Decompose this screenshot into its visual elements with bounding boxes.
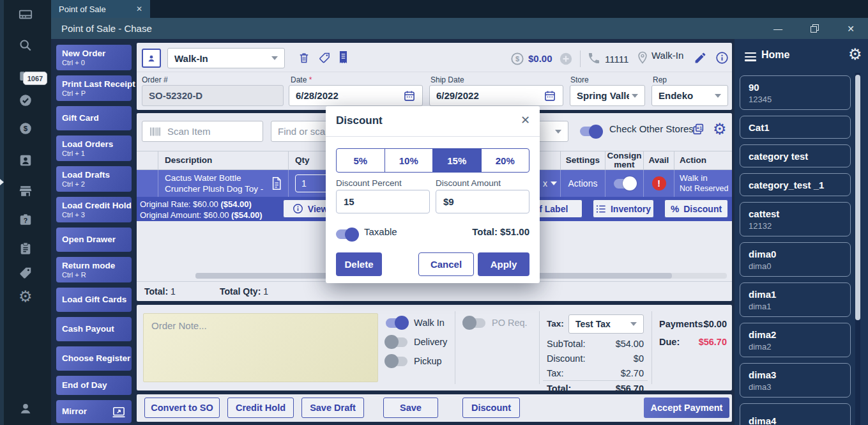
tab-point-of-sale[interactable]: Point of Sale ✕ <box>51 0 150 18</box>
ship-date-field[interactable]: 6/29/2022 <box>429 85 563 106</box>
new-order-button[interactable]: New OrderCtrl + 0 <box>56 45 132 70</box>
inventory-button[interactable]: Inventory <box>593 199 654 218</box>
load-credit-hold-button[interactable]: Load Credit HoldCtrl + 3 <box>56 197 132 222</box>
load-drafts-button[interactable]: Load DraftsCtrl + 2 <box>56 166 132 192</box>
category-card[interactable]: category_test _1 <box>740 173 851 196</box>
cancel-button[interactable]: Cancel <box>418 252 474 276</box>
header-consignment[interactable]: Consignment <box>605 151 644 169</box>
mirror-button[interactable]: Mirror <box>56 400 132 423</box>
percent-option-15-selected[interactable]: 15% <box>432 149 481 172</box>
discount-amount-input[interactable] <box>436 190 529 213</box>
store-select[interactable]: Spring Valley <box>570 85 645 106</box>
item-note-doc-icon[interactable] <box>270 176 283 191</box>
category-card[interactable]: dima2dima2 <box>740 323 851 357</box>
copy-plus-icon[interactable]: +1 <box>691 122 705 136</box>
register-icon[interactable] <box>19 8 33 22</box>
user-icon[interactable] <box>19 401 33 415</box>
date-field[interactable]: 6/28/2022 <box>289 85 423 106</box>
calendar-icon[interactable] <box>403 89 416 102</box>
qty-input[interactable]: 1 <box>295 174 328 192</box>
customer-card-button[interactable] <box>142 49 161 68</box>
edit-pencil-icon[interactable] <box>694 51 707 65</box>
availability-alert-icon[interactable]: ! <box>652 176 666 190</box>
open-drawer-button[interactable]: Open Drawer <box>56 228 132 252</box>
po-req-toggle[interactable] <box>464 318 485 328</box>
header-description[interactable]: Description <box>158 151 289 169</box>
search-icon[interactable] <box>19 38 33 52</box>
row-actions-button[interactable]: Actions <box>561 170 605 197</box>
apply-button[interactable]: Apply <box>478 252 529 276</box>
tax-select[interactable]: Test Tax <box>568 314 644 334</box>
consignment-toggle[interactable] <box>614 179 636 189</box>
header-action[interactable]: Action <box>674 151 732 169</box>
restore-button[interactable] <box>802 18 827 39</box>
rep-select[interactable]: Endeko <box>651 85 728 106</box>
category-card[interactable]: dima1dima1 <box>740 282 851 317</box>
save-draft-button[interactable]: Save Draft <box>301 398 364 418</box>
row-select-cell[interactable] <box>137 170 158 197</box>
check-other-stores-toggle[interactable] <box>580 127 602 136</box>
delete-order-icon[interactable] <box>298 51 310 65</box>
category-card[interactable]: dima3dima3 <box>740 363 851 398</box>
category-card[interactable]: dima4 <box>740 403 851 425</box>
item-description-cell[interactable]: Cactus Water BottleCruncher Plush Dog To… <box>158 170 289 197</box>
header-settings[interactable]: Settings <box>561 151 605 169</box>
percent-option-5[interactable]: 5% <box>337 149 385 172</box>
category-card[interactable]: 9012345 <box>740 75 851 110</box>
discount-percent-input[interactable] <box>336 190 430 213</box>
settings-gear-icon[interactable]: ⚙ <box>19 289 33 303</box>
minimize-button[interactable]: — <box>765 18 791 39</box>
tag-icon[interactable] <box>19 266 33 280</box>
percent-option-20[interactable]: 20% <box>481 149 529 172</box>
panel-expander-arrow[interactable] <box>0 179 4 185</box>
store-icon[interactable] <box>19 184 33 198</box>
hamburger-menu-icon[interactable] <box>745 52 756 63</box>
row-tax-select-partial[interactable]: x <box>540 170 561 197</box>
choose-register-button[interactable]: Choose Register <box>56 346 132 371</box>
category-card[interactable]: cattest12132 <box>740 202 851 236</box>
customer-select[interactable]: Walk-In <box>167 48 285 68</box>
scan-item-input[interactable] <box>142 121 263 142</box>
sidebar-gear-icon[interactable]: ⚙ <box>848 47 862 62</box>
category-card[interactable]: Cat1 <box>740 116 851 139</box>
orders-check-icon[interactable] <box>19 93 33 107</box>
header-avail[interactable]: Avail <box>644 151 674 169</box>
header-qty[interactable]: Qty <box>289 151 330 169</box>
save-button[interactable]: Save <box>383 398 438 418</box>
tab-close-icon[interactable]: ✕ <box>136 4 142 13</box>
delivery-toggle[interactable] <box>386 337 407 347</box>
add-credit-icon[interactable] <box>559 52 573 66</box>
camera-question-icon[interactable]: ? <box>19 213 33 227</box>
clipboard-icon[interactable] <box>19 242 33 256</box>
receipt-icon[interactable] <box>337 50 349 65</box>
info-icon[interactable] <box>715 51 729 65</box>
close-button[interactable]: ✕ <box>838 18 864 39</box>
customers-icon[interactable] <box>19 153 33 167</box>
print-last-receipt-button[interactable]: Print Last ReceiptCtrl + P <box>56 75 132 101</box>
walk-in-toggle[interactable] <box>386 318 407 328</box>
order-note-input[interactable] <box>143 313 378 382</box>
pickup-toggle[interactable] <box>386 357 407 366</box>
end-of-day-button[interactable]: End of Day <box>56 376 132 395</box>
discount-button[interactable]: Discount <box>462 398 520 418</box>
items-settings-gear-icon[interactable]: ⚙ <box>713 121 727 137</box>
gift-card-button[interactable]: Gift Card <box>56 106 132 130</box>
dollar-icon[interactable]: $ <box>19 121 33 135</box>
delete-discount-button[interactable]: Delete <box>336 252 382 276</box>
discount-item-button[interactable]: % Discount <box>664 199 728 218</box>
price-tag-icon[interactable] <box>318 51 331 65</box>
taxable-toggle[interactable] <box>336 229 358 239</box>
dialog-close-icon[interactable]: ✕ <box>521 113 530 127</box>
cash-payout-button[interactable]: Cash Payout <box>56 317 132 341</box>
calendar-icon[interactable] <box>544 89 556 102</box>
sidebar-scrollbar-thumb[interactable] <box>855 75 860 320</box>
percent-option-10[interactable]: 10% <box>385 149 433 172</box>
return-mode-button[interactable]: Return modeCtrl + R <box>56 257 132 282</box>
scan-item-field[interactable] <box>167 126 250 137</box>
load-orders-button[interactable]: Load OrdersCtrl + 1 <box>56 135 132 161</box>
credit-hold-button[interactable]: Credit Hold <box>227 398 294 418</box>
accept-payment-button[interactable]: Accept Payment <box>644 398 729 418</box>
category-card[interactable]: category test <box>740 144 851 167</box>
load-gift-cards-button[interactable]: Load Gift Cards <box>56 288 132 312</box>
convert-to-so-button[interactable]: Convert to SO <box>144 398 220 418</box>
